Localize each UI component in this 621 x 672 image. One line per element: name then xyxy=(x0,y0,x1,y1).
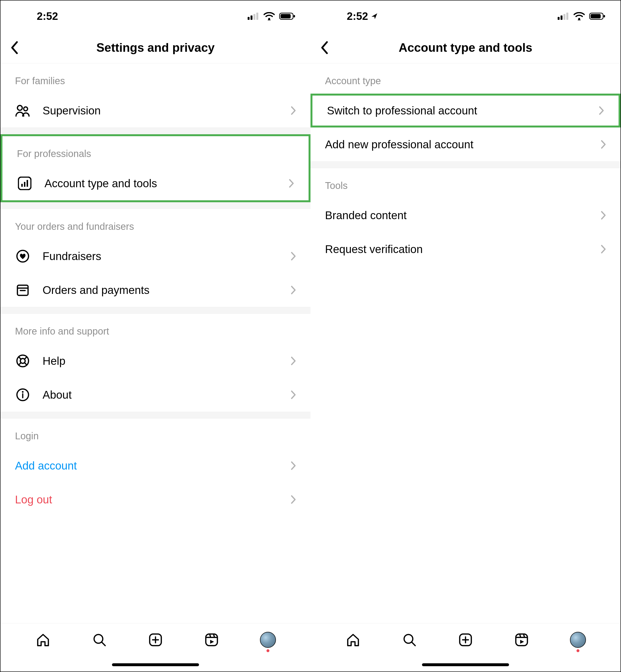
svg-rect-3 xyxy=(256,12,258,20)
row-account-type-tools[interactable]: Account type and tools xyxy=(2,166,308,200)
section-divider xyxy=(0,307,310,314)
supervision-icon xyxy=(15,103,31,118)
home-indicator xyxy=(112,663,199,666)
phone-account-type: 2:52 Account type and tools Account type… xyxy=(310,0,621,672)
plus-square-icon xyxy=(148,633,163,647)
row-help[interactable]: Help xyxy=(0,344,310,378)
battery-icon xyxy=(589,12,606,20)
row-add-account[interactable]: Add account xyxy=(0,449,310,483)
nav-search[interactable] xyxy=(402,632,417,648)
section-header-families: For families xyxy=(0,64,310,93)
section-header-support: More info and support xyxy=(0,314,310,344)
chevron-right-icon xyxy=(596,140,606,149)
nav-reels[interactable] xyxy=(513,632,530,648)
nav-home[interactable] xyxy=(35,632,51,648)
svg-line-23 xyxy=(25,363,27,365)
row-switch-professional[interactable]: Switch to professional account xyxy=(310,93,621,127)
phone-settings: 2:52 Settings and privacy For families S… xyxy=(0,0,310,672)
chevron-right-icon xyxy=(286,106,296,115)
back-button[interactable] xyxy=(320,41,335,54)
row-branded-content[interactable]: Branded content xyxy=(310,198,621,232)
section-header-professionals: For professionals xyxy=(2,136,308,166)
svg-rect-43 xyxy=(590,14,601,18)
svg-rect-1 xyxy=(251,15,252,20)
wifi-icon xyxy=(263,12,275,20)
reels-icon xyxy=(204,633,219,647)
box-icon xyxy=(15,282,31,298)
svg-rect-12 xyxy=(24,182,26,187)
search-icon xyxy=(92,633,107,647)
plus-square-icon xyxy=(458,633,473,647)
nav-create[interactable] xyxy=(458,632,473,648)
row-label: Account type and tools xyxy=(44,177,284,190)
row-label: About xyxy=(43,388,286,401)
svg-line-20 xyxy=(18,357,21,359)
row-supervision[interactable]: Supervision xyxy=(0,93,310,127)
status-time: 2:52 xyxy=(347,10,378,22)
section-header-tools: Tools xyxy=(310,168,621,198)
status-bar: 2:52 xyxy=(0,0,310,32)
svg-point-25 xyxy=(22,391,24,393)
bars-chart-icon xyxy=(17,175,32,191)
row-label: Branded content xyxy=(325,209,596,222)
svg-rect-44 xyxy=(604,15,605,17)
row-label: Supervision xyxy=(43,104,286,117)
settings-content: For families Supervision For professiona… xyxy=(0,64,310,623)
section-divider xyxy=(0,127,310,134)
chevron-right-icon xyxy=(286,356,296,365)
avatar-icon xyxy=(570,632,586,648)
back-button[interactable] xyxy=(10,41,25,54)
nav-home[interactable] xyxy=(345,632,361,648)
page-title: Account type and tools xyxy=(335,41,611,55)
row-fundraisers[interactable]: Fundraisers xyxy=(0,239,310,273)
chevron-right-icon xyxy=(286,285,296,294)
row-log-out[interactable]: Log out xyxy=(0,483,310,516)
status-indicators xyxy=(557,12,606,20)
svg-line-22 xyxy=(18,363,21,365)
nav-header: Settings and privacy xyxy=(0,32,310,64)
svg-rect-11 xyxy=(21,184,23,187)
svg-marker-36 xyxy=(210,640,214,644)
row-label: Log out xyxy=(15,493,286,506)
svg-marker-54 xyxy=(520,640,524,644)
svg-rect-6 xyxy=(281,14,291,18)
status-indicators xyxy=(248,12,296,20)
svg-rect-37 xyxy=(557,17,560,20)
chevron-right-icon xyxy=(286,495,296,504)
svg-line-28 xyxy=(102,642,105,646)
nav-search[interactable] xyxy=(91,632,108,648)
section-header-orders: Your orders and fundraisers xyxy=(0,209,310,239)
bottom-nav xyxy=(310,623,621,672)
svg-rect-40 xyxy=(566,12,568,20)
home-indicator xyxy=(422,663,509,666)
info-icon xyxy=(15,387,31,402)
heart-circle-icon xyxy=(15,248,31,264)
section-divider xyxy=(0,202,310,209)
nav-profile[interactable] xyxy=(570,632,586,648)
wifi-icon xyxy=(574,12,585,20)
nav-create[interactable] xyxy=(148,632,163,648)
bottom-nav xyxy=(0,623,310,672)
clock-text: 2:52 xyxy=(347,10,368,22)
nav-profile[interactable] xyxy=(260,632,276,648)
section-header-account-type: Account type xyxy=(310,64,621,93)
reels-icon xyxy=(514,633,529,647)
signal-icon xyxy=(557,12,569,20)
section-divider xyxy=(310,161,621,168)
nav-reels[interactable] xyxy=(204,632,219,648)
search-icon xyxy=(402,633,417,647)
row-orders[interactable]: Orders and payments xyxy=(0,273,310,307)
chevron-right-icon xyxy=(596,244,606,254)
chevron-right-icon xyxy=(286,251,296,261)
svg-point-9 xyxy=(24,107,28,111)
row-request-verification[interactable]: Request verification xyxy=(310,232,621,266)
row-about[interactable]: About xyxy=(0,378,310,412)
home-icon xyxy=(36,633,50,647)
svg-line-21 xyxy=(25,357,27,359)
svg-rect-7 xyxy=(294,15,295,17)
row-add-professional[interactable]: Add new professional account xyxy=(310,127,621,161)
row-label: Request verification xyxy=(325,243,596,256)
signal-icon xyxy=(248,12,259,20)
row-label: Help xyxy=(43,354,286,367)
section-header-login: Login xyxy=(0,419,310,449)
